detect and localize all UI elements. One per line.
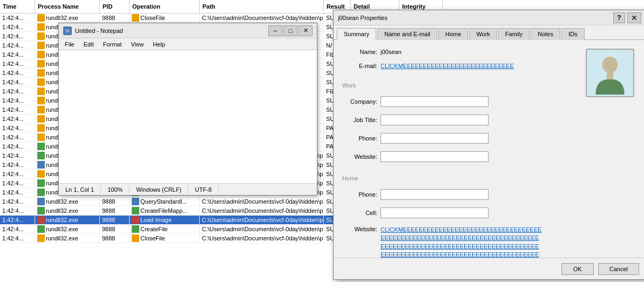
avatar-image [586,49,634,97]
tab-work[interactable]: Work [469,28,497,40]
notepad-menubar: File Edit Format View Help [59,38,317,50]
properties-main: Name: j00sean E-mail: CLICKMEEEEEEEEEEEE… [342,49,574,249]
jobtitle-label: Job Title: [342,117,377,123]
op-icon [132,14,139,22]
process-icon [37,60,45,68]
process-icon [37,170,45,178]
company-label: Company: [342,98,377,105]
cancel-button[interactable]: Cancel [598,263,639,275]
process-icon [37,14,45,22]
home-website-row: Website: CLICKMEEEEEEEEEEEEEEEEEEEEEEEEE… [342,226,574,258]
process-icon [37,143,45,150]
process-icon [37,32,45,40]
contact-avatar [583,49,637,249]
zoom-level: 100% [101,185,130,194]
process-icon [37,69,45,77]
email-row: E-mail: CLICKMEEEEEEEEEEEEEEEEEEEEEEEEEE… [342,63,574,69]
process-icon [37,124,45,132]
op-icon [132,216,139,224]
home-cell-row: Cell: [342,207,574,218]
notepad-content [59,50,317,183]
tab-notes[interactable]: Notes [531,28,560,40]
work-section-header: Work [342,82,574,89]
work-phone-label: Phone: [342,135,377,142]
menu-edit[interactable]: Edit [80,40,97,49]
dialog-close-button[interactable]: ✕ [627,12,641,23]
col-process-name[interactable]: Process Name [35,0,100,14]
home-phone-input[interactable] [381,189,489,200]
process-icon [37,106,45,113]
menu-help[interactable]: Help [150,40,168,49]
process-icon [37,42,45,49]
properties-dialog: j00sean Properties ? ✕ Summary Name and … [333,10,644,280]
notepad-statusbar: Ln 1, Col 1 100% Windows (CRLF) UTF-8 [59,183,317,195]
notepad-titlebar: N Untitled - Notepad ─ □ ✕ [59,23,317,38]
tab-ids[interactable]: IDs [561,28,585,40]
properties-footer: OK Cancel [334,258,644,279]
jobtitle-row: Job Title: [342,115,574,125]
op-icon [132,198,139,205]
tabs-bar: Summary Name and E-mail Home Work Family… [334,25,644,40]
email-link[interactable]: CLICKMEEEEEEEEEEEEEEEEEEEEEEEEEEEE [381,63,514,69]
company-input[interactable] [381,96,489,107]
help-button[interactable]: ? [613,12,625,23]
col-pid[interactable]: PID [100,0,130,14]
company-row: Company: [342,96,574,107]
home-website-link[interactable]: CLICKMEEEEEEEEEEEEEEEEEEEEEEEEEEEEEEEEEE… [381,226,543,258]
encoding: UTF-8 [188,185,219,194]
minimize-button[interactable]: ─ [268,25,282,36]
name-label: Name: [342,49,377,55]
op-icon [132,225,139,233]
tab-home[interactable]: Home [438,28,468,40]
process-icon [37,51,45,58]
home-cell-input[interactable] [381,207,489,218]
process-icon [37,216,45,224]
process-icon [37,234,45,242]
notepad-textarea[interactable] [61,52,315,181]
tab-name-email[interactable]: Name and E-mail [377,28,437,40]
col-time[interactable]: Time [0,0,35,14]
process-icon [37,152,45,159]
work-phone-row: Phone: [342,133,574,144]
work-website-input[interactable] [381,151,489,162]
name-value: j00sean [381,49,402,55]
process-icon [37,23,45,31]
menu-file[interactable]: File [62,40,78,49]
process-icon [37,133,45,141]
home-cell-label: Cell: [342,210,377,216]
svg-point-1 [602,57,618,73]
ok-button[interactable]: OK [561,263,594,275]
close-button[interactable]: ✕ [299,25,313,36]
name-row: Name: j00sean [342,49,574,55]
process-icon [37,88,45,95]
menu-view[interactable]: View [128,40,147,49]
maximize-button[interactable]: □ [283,25,297,36]
process-icon [37,198,45,205]
properties-title: j00sean Properties [338,15,388,21]
home-website-label: Website: [342,226,377,232]
email-label: E-mail: [342,63,377,69]
op-icon [132,207,139,214]
tab-summary[interactable]: Summary [337,28,376,40]
col-operation[interactable]: Operation [130,0,200,14]
tab-family[interactable]: Family [498,28,530,40]
properties-titlebar: j00sean Properties ? ✕ [334,10,644,25]
work-phone-input[interactable] [381,133,489,144]
process-icon [37,225,45,233]
col-path[interactable]: Path [200,0,324,14]
notepad-icon: N [63,26,72,35]
jobtitle-input[interactable] [381,115,489,125]
home-phone-row: Phone: [342,189,574,200]
process-icon [37,207,45,214]
notepad-window-buttons: ─ □ ✕ [268,25,313,36]
home-section-header: Home [342,175,574,182]
menu-format[interactable]: Format [100,40,125,49]
process-icon [37,115,45,123]
process-icon [37,78,45,86]
op-icon [132,234,139,242]
process-icon [37,97,45,104]
line-ending: Windows (CRLF) [130,185,188,194]
process-icon [37,179,45,187]
work-website-row: Website: [342,151,574,162]
home-phone-label: Phone: [342,191,377,198]
